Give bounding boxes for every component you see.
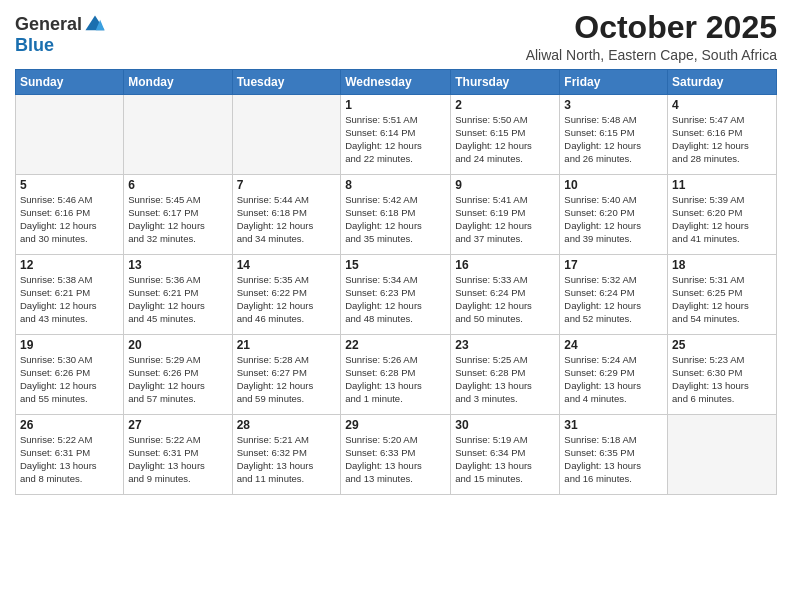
calendar-cell: 6Sunrise: 5:45 AM Sunset: 6:17 PM Daylig… <box>124 175 232 255</box>
calendar-cell: 19Sunrise: 5:30 AM Sunset: 6:26 PM Dayli… <box>16 335 124 415</box>
logo: General Blue <box>15 14 106 56</box>
day-number: 11 <box>672 178 772 192</box>
calendar-cell: 29Sunrise: 5:20 AM Sunset: 6:33 PM Dayli… <box>341 415 451 495</box>
calendar-cell: 18Sunrise: 5:31 AM Sunset: 6:25 PM Dayli… <box>668 255 777 335</box>
day-detail: Sunrise: 5:26 AM Sunset: 6:28 PM Dayligh… <box>345 354 446 405</box>
day-number: 31 <box>564 418 663 432</box>
col-monday: Monday <box>124 70 232 95</box>
header: General Blue October 2025 Aliwal North, … <box>15 10 777 63</box>
day-detail: Sunrise: 5:41 AM Sunset: 6:19 PM Dayligh… <box>455 194 555 245</box>
day-number: 5 <box>20 178 119 192</box>
day-detail: Sunrise: 5:39 AM Sunset: 6:20 PM Dayligh… <box>672 194 772 245</box>
calendar-header-row: Sunday Monday Tuesday Wednesday Thursday… <box>16 70 777 95</box>
subtitle: Aliwal North, Eastern Cape, South Africa <box>526 47 777 63</box>
day-detail: Sunrise: 5:34 AM Sunset: 6:23 PM Dayligh… <box>345 274 446 325</box>
calendar-cell: 4Sunrise: 5:47 AM Sunset: 6:16 PM Daylig… <box>668 95 777 175</box>
day-number: 15 <box>345 258 446 272</box>
day-detail: Sunrise: 5:30 AM Sunset: 6:26 PM Dayligh… <box>20 354 119 405</box>
day-number: 29 <box>345 418 446 432</box>
day-number: 7 <box>237 178 337 192</box>
page: General Blue October 2025 Aliwal North, … <box>0 0 792 612</box>
calendar-cell: 16Sunrise: 5:33 AM Sunset: 6:24 PM Dayli… <box>451 255 560 335</box>
day-detail: Sunrise: 5:51 AM Sunset: 6:14 PM Dayligh… <box>345 114 446 165</box>
calendar-cell: 13Sunrise: 5:36 AM Sunset: 6:21 PM Dayli… <box>124 255 232 335</box>
day-detail: Sunrise: 5:31 AM Sunset: 6:25 PM Dayligh… <box>672 274 772 325</box>
logo-general: General <box>15 15 82 35</box>
day-detail: Sunrise: 5:23 AM Sunset: 6:30 PM Dayligh… <box>672 354 772 405</box>
day-detail: Sunrise: 5:24 AM Sunset: 6:29 PM Dayligh… <box>564 354 663 405</box>
day-number: 26 <box>20 418 119 432</box>
calendar-cell: 23Sunrise: 5:25 AM Sunset: 6:28 PM Dayli… <box>451 335 560 415</box>
day-number: 19 <box>20 338 119 352</box>
day-detail: Sunrise: 5:46 AM Sunset: 6:16 PM Dayligh… <box>20 194 119 245</box>
calendar-cell: 1Sunrise: 5:51 AM Sunset: 6:14 PM Daylig… <box>341 95 451 175</box>
day-number: 4 <box>672 98 772 112</box>
calendar-cell: 30Sunrise: 5:19 AM Sunset: 6:34 PM Dayli… <box>451 415 560 495</box>
day-detail: Sunrise: 5:44 AM Sunset: 6:18 PM Dayligh… <box>237 194 337 245</box>
day-number: 20 <box>128 338 227 352</box>
day-number: 28 <box>237 418 337 432</box>
calendar-table: Sunday Monday Tuesday Wednesday Thursday… <box>15 69 777 495</box>
day-detail: Sunrise: 5:50 AM Sunset: 6:15 PM Dayligh… <box>455 114 555 165</box>
day-number: 30 <box>455 418 555 432</box>
day-number: 1 <box>345 98 446 112</box>
day-number: 21 <box>237 338 337 352</box>
calendar-cell: 8Sunrise: 5:42 AM Sunset: 6:18 PM Daylig… <box>341 175 451 255</box>
day-detail: Sunrise: 5:35 AM Sunset: 6:22 PM Dayligh… <box>237 274 337 325</box>
calendar-cell: 17Sunrise: 5:32 AM Sunset: 6:24 PM Dayli… <box>560 255 668 335</box>
day-detail: Sunrise: 5:32 AM Sunset: 6:24 PM Dayligh… <box>564 274 663 325</box>
day-number: 24 <box>564 338 663 352</box>
day-detail: Sunrise: 5:40 AM Sunset: 6:20 PM Dayligh… <box>564 194 663 245</box>
title-section: October 2025 Aliwal North, Eastern Cape,… <box>526 10 777 63</box>
calendar-cell: 12Sunrise: 5:38 AM Sunset: 6:21 PM Dayli… <box>16 255 124 335</box>
day-detail: Sunrise: 5:22 AM Sunset: 6:31 PM Dayligh… <box>128 434 227 485</box>
col-saturday: Saturday <box>668 70 777 95</box>
col-wednesday: Wednesday <box>341 70 451 95</box>
day-detail: Sunrise: 5:29 AM Sunset: 6:26 PM Dayligh… <box>128 354 227 405</box>
day-detail: Sunrise: 5:20 AM Sunset: 6:33 PM Dayligh… <box>345 434 446 485</box>
day-detail: Sunrise: 5:28 AM Sunset: 6:27 PM Dayligh… <box>237 354 337 405</box>
day-number: 9 <box>455 178 555 192</box>
day-detail: Sunrise: 5:21 AM Sunset: 6:32 PM Dayligh… <box>237 434 337 485</box>
day-detail: Sunrise: 5:18 AM Sunset: 6:35 PM Dayligh… <box>564 434 663 485</box>
day-number: 22 <box>345 338 446 352</box>
calendar-cell: 2Sunrise: 5:50 AM Sunset: 6:15 PM Daylig… <box>451 95 560 175</box>
day-number: 10 <box>564 178 663 192</box>
calendar-cell: 5Sunrise: 5:46 AM Sunset: 6:16 PM Daylig… <box>16 175 124 255</box>
day-number: 27 <box>128 418 227 432</box>
day-detail: Sunrise: 5:45 AM Sunset: 6:17 PM Dayligh… <box>128 194 227 245</box>
col-sunday: Sunday <box>16 70 124 95</box>
day-number: 17 <box>564 258 663 272</box>
calendar-cell: 21Sunrise: 5:28 AM Sunset: 6:27 PM Dayli… <box>232 335 341 415</box>
logo-icon <box>84 14 106 36</box>
day-detail: Sunrise: 5:22 AM Sunset: 6:31 PM Dayligh… <box>20 434 119 485</box>
calendar-cell: 26Sunrise: 5:22 AM Sunset: 6:31 PM Dayli… <box>16 415 124 495</box>
calendar-cell: 27Sunrise: 5:22 AM Sunset: 6:31 PM Dayli… <box>124 415 232 495</box>
calendar-cell: 24Sunrise: 5:24 AM Sunset: 6:29 PM Dayli… <box>560 335 668 415</box>
day-number: 3 <box>564 98 663 112</box>
day-detail: Sunrise: 5:36 AM Sunset: 6:21 PM Dayligh… <box>128 274 227 325</box>
day-number: 6 <box>128 178 227 192</box>
calendar-cell: 9Sunrise: 5:41 AM Sunset: 6:19 PM Daylig… <box>451 175 560 255</box>
col-thursday: Thursday <box>451 70 560 95</box>
day-detail: Sunrise: 5:19 AM Sunset: 6:34 PM Dayligh… <box>455 434 555 485</box>
day-number: 2 <box>455 98 555 112</box>
day-number: 18 <box>672 258 772 272</box>
day-number: 23 <box>455 338 555 352</box>
calendar-cell: 20Sunrise: 5:29 AM Sunset: 6:26 PM Dayli… <box>124 335 232 415</box>
day-detail: Sunrise: 5:42 AM Sunset: 6:18 PM Dayligh… <box>345 194 446 245</box>
calendar-cell: 31Sunrise: 5:18 AM Sunset: 6:35 PM Dayli… <box>560 415 668 495</box>
calendar-cell <box>668 415 777 495</box>
calendar-cell <box>124 95 232 175</box>
calendar-cell: 28Sunrise: 5:21 AM Sunset: 6:32 PM Dayli… <box>232 415 341 495</box>
day-detail: Sunrise: 5:47 AM Sunset: 6:16 PM Dayligh… <box>672 114 772 165</box>
calendar-cell: 14Sunrise: 5:35 AM Sunset: 6:22 PM Dayli… <box>232 255 341 335</box>
day-number: 13 <box>128 258 227 272</box>
logo-blue: Blue <box>15 36 106 56</box>
day-detail: Sunrise: 5:48 AM Sunset: 6:15 PM Dayligh… <box>564 114 663 165</box>
calendar-cell <box>16 95 124 175</box>
col-friday: Friday <box>560 70 668 95</box>
day-number: 12 <box>20 258 119 272</box>
main-title: October 2025 <box>526 10 777 45</box>
calendar-cell: 15Sunrise: 5:34 AM Sunset: 6:23 PM Dayli… <box>341 255 451 335</box>
